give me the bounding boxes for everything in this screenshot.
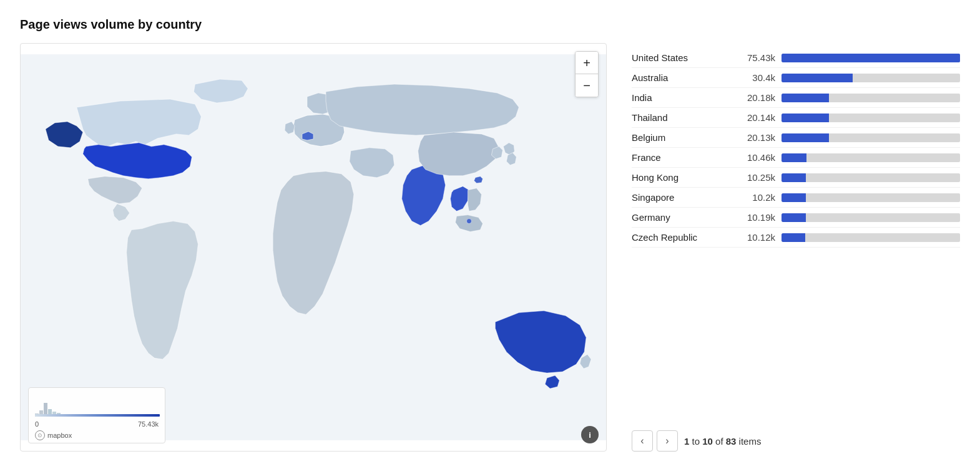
page-total: 83 xyxy=(726,436,737,447)
bar-container xyxy=(782,74,960,82)
next-page-button[interactable]: › xyxy=(657,430,678,452)
mapbox-logo: ⊙ mapbox xyxy=(35,430,159,440)
page-container: Page views volume by country xyxy=(0,0,980,464)
country-row[interactable]: Germany10.19k xyxy=(632,208,960,228)
country-value: 10.19k xyxy=(732,212,775,223)
country-value: 10.2k xyxy=(732,192,775,203)
pagination-info: 1 to 10 of 83 items xyxy=(684,436,761,447)
country-value: 20.13k xyxy=(732,132,775,143)
bar-fill xyxy=(782,133,829,142)
bar-fill xyxy=(782,54,960,62)
country-value: 10.25k xyxy=(732,172,775,183)
bar-container xyxy=(782,114,960,122)
bar-fill xyxy=(782,74,853,82)
country-name: Germany xyxy=(632,212,732,223)
country-name: Thailand xyxy=(632,112,732,123)
country-row[interactable]: Belgium20.13k xyxy=(632,128,960,148)
map-area: + − i xyxy=(20,43,607,452)
bar-container xyxy=(782,54,960,62)
legend-max: 75.43k xyxy=(138,420,159,428)
country-row[interactable]: France10.46k xyxy=(632,148,960,168)
bar-container xyxy=(782,193,960,202)
country-value: 30.4k xyxy=(732,72,775,83)
bar-fill xyxy=(782,213,806,222)
bar-container xyxy=(782,213,960,222)
country-value: 20.18k xyxy=(732,92,775,103)
country-value: 75.43k xyxy=(732,52,775,63)
map-legend: 0 75.43k ⊙ mapbox xyxy=(28,387,165,443)
page-title: Page views volume by country xyxy=(20,17,960,32)
country-row[interactable]: Australia30.4k xyxy=(632,68,960,88)
info-button[interactable]: i xyxy=(581,426,599,443)
country-row[interactable]: Hong Kong10.25k xyxy=(632,168,960,188)
right-panel: United States75.43kAustralia30.4kIndia20… xyxy=(632,43,960,452)
bar-fill xyxy=(782,94,829,102)
country-name: United States xyxy=(632,52,732,63)
country-name: Hong Kong xyxy=(632,172,732,183)
country-name: India xyxy=(632,92,732,103)
bar-container xyxy=(782,173,960,182)
legend-min: 0 xyxy=(35,420,39,428)
country-name: Belgium xyxy=(632,132,732,143)
bar-container xyxy=(782,133,960,142)
bar-fill xyxy=(782,153,806,162)
country-name: Australia xyxy=(632,72,732,83)
country-row[interactable]: Thailand20.14k xyxy=(632,108,960,128)
page-items: items xyxy=(736,436,761,447)
zoom-in-button[interactable]: + xyxy=(576,52,598,74)
bar-container xyxy=(782,153,960,162)
country-value: 10.12k xyxy=(732,232,775,243)
pagination: ‹ › 1 to 10 of 83 items xyxy=(632,430,960,452)
zoom-controls: + − xyxy=(575,51,599,97)
country-name: Czech Republic xyxy=(632,232,732,243)
page-info-of: of xyxy=(713,436,726,447)
mapbox-circle-icon: ⊙ xyxy=(35,430,45,440)
country-row[interactable]: India20.18k xyxy=(632,88,960,108)
country-list: United States75.43kAustralia30.4kIndia20… xyxy=(632,48,960,419)
country-name: Singapore xyxy=(632,192,732,203)
bar-container xyxy=(782,233,960,242)
country-name: France xyxy=(632,152,732,163)
legend-histogram xyxy=(35,392,160,417)
bar-fill xyxy=(782,233,805,242)
country-row[interactable]: Singapore10.2k xyxy=(632,188,960,208)
bar-container xyxy=(782,94,960,102)
country-value: 10.46k xyxy=(732,152,775,163)
zoom-out-button[interactable]: − xyxy=(576,74,598,97)
country-value: 20.14k xyxy=(732,112,775,123)
page-range-end: 10 xyxy=(702,436,713,447)
country-row[interactable]: United States75.43k xyxy=(632,48,960,68)
svg-rect-12 xyxy=(35,414,160,417)
mapbox-label: mapbox xyxy=(47,432,72,439)
bar-fill xyxy=(782,173,806,182)
prev-page-button[interactable]: ‹ xyxy=(632,430,653,452)
svg-point-1 xyxy=(466,219,471,224)
bar-fill xyxy=(782,193,806,202)
country-row[interactable]: Czech Republic10.12k xyxy=(632,228,960,248)
page-info-to: to xyxy=(689,436,702,447)
bar-fill xyxy=(782,114,829,122)
legend-labels: 0 75.43k xyxy=(35,420,159,428)
main-content: + − i xyxy=(20,43,960,452)
